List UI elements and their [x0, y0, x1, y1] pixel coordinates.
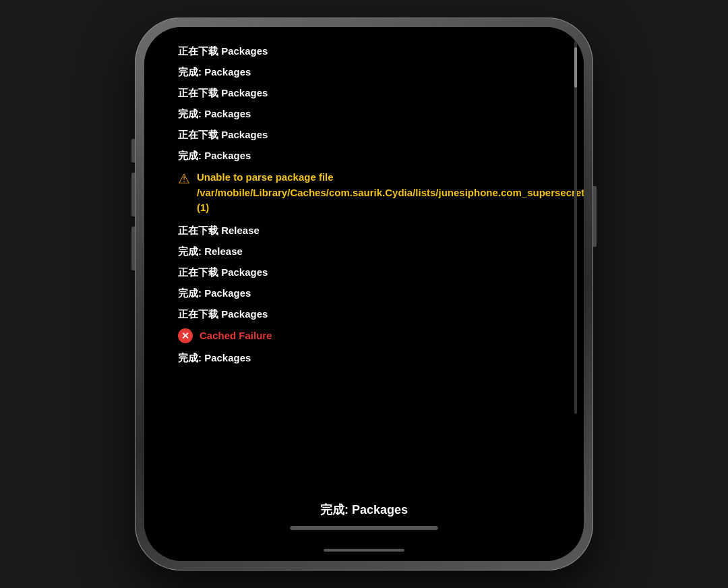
list-item: 完成: Packages: [178, 145, 543, 166]
scrollbar-thumb[interactable]: [574, 47, 577, 88]
list-item: 完成: Packages: [178, 61, 543, 82]
phone-frame: 正在下载 Packages 完成: Packages 正在下载 Packages…: [135, 18, 593, 570]
warning-text: Unable to parse package file /var/mobile…: [197, 170, 584, 216]
error-text: Cached Failure: [200, 330, 272, 341]
list-item: 正在下载 Packages: [178, 262, 543, 283]
list-item: 完成: Packages: [178, 283, 543, 303]
list-item: 完成: Packages: [178, 347, 543, 368]
list-item: 正在下载 Packages: [178, 40, 543, 61]
volume-up-button[interactable]: [131, 173, 135, 216]
phone-screen-area: 正在下载 Packages 完成: Packages 正在下载 Packages…: [144, 27, 584, 561]
error-item: ✕ Cached Failure: [178, 324, 543, 347]
list-item: 正在下载 Packages: [178, 303, 543, 324]
list-item: 完成: Release: [178, 241, 543, 262]
progress-bar-fill: [291, 527, 437, 529]
list-item: 正在下载 Packages: [178, 82, 543, 103]
bottom-section: 完成: Packages: [144, 495, 584, 543]
list-item: 正在下载 Release: [178, 220, 543, 241]
list-item: 正在下载 Packages: [178, 124, 543, 145]
power-button[interactable]: [593, 186, 597, 247]
progress-bar: [290, 526, 438, 530]
log-area: 正在下载 Packages 完成: Packages 正在下载 Packages…: [144, 27, 584, 495]
home-indicator: [324, 549, 404, 552]
content-area: 正在下载 Packages 完成: Packages 正在下载 Packages…: [144, 27, 584, 561]
bottom-status-text: 完成: Packages: [320, 502, 408, 518]
screen: 正在下载 Packages 完成: Packages 正在下载 Packages…: [144, 27, 584, 561]
scrollbar[interactable]: [574, 40, 577, 414]
log-list: 正在下载 Packages 完成: Packages 正在下载 Packages…: [144, 40, 584, 368]
list-item: 完成: Packages: [178, 103, 543, 124]
volume-down-button[interactable]: [131, 227, 135, 270]
warning-icon: ⚠: [178, 171, 190, 187]
warning-item: ⚠ Unable to parse package file /var/mobi…: [178, 166, 543, 220]
error-icon: ✕: [178, 328, 193, 343]
volume-mute-button[interactable]: [131, 139, 135, 163]
home-bar: [144, 543, 584, 561]
error-x-mark: ✕: [181, 331, 189, 341]
